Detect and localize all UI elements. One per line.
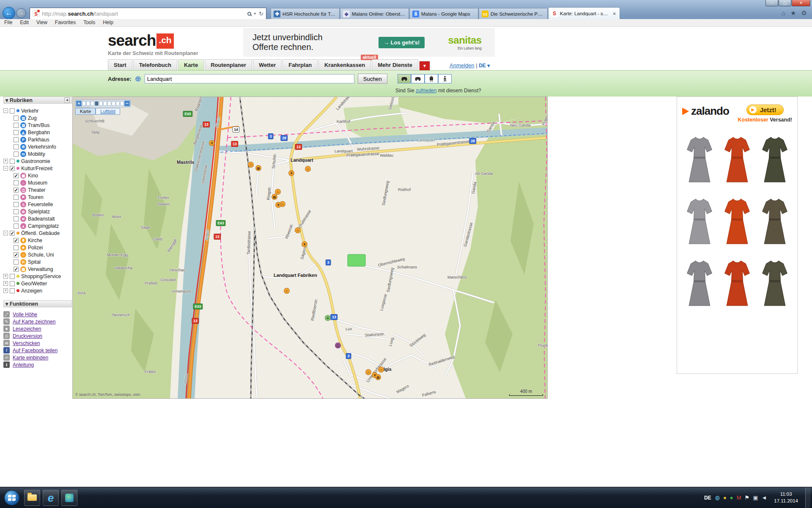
sidebar-group-öffentl-gebäude[interactable]: −✓Öffentl. Gebäude xyxy=(3,229,72,237)
map-poi[interactable]: ✟ xyxy=(288,170,294,176)
function-karte-einbinden[interactable]: ‹/›Karte einbinden xyxy=(3,354,72,361)
sidebar-group-kultur-freizeit[interactable]: −✓Kultur/Freizeit xyxy=(3,165,72,172)
map-poi[interactable]: ⌂ xyxy=(365,369,371,375)
map-poi[interactable]: ⌂ xyxy=(284,288,290,294)
volume-icon[interactable]: ◄ xyxy=(761,495,767,500)
checkbox-gastronomie[interactable] xyxy=(10,159,15,164)
taskbar-clock[interactable]: 11:03 17.11.2014 xyxy=(771,491,801,504)
checkbox-geo-wetter[interactable] xyxy=(10,281,15,286)
function-link[interactable]: Druckversion xyxy=(13,333,42,339)
function-auf-karte-zeichnen[interactable]: ✎Auf Karte zeichnen xyxy=(3,318,72,325)
sidebar-item-badeanstalt[interactable]: ≋Badeanstalt xyxy=(3,215,72,222)
mode-walk[interactable] xyxy=(438,74,452,83)
zoom-step[interactable] xyxy=(112,101,115,106)
address-input[interactable] xyxy=(145,74,354,83)
language-selector[interactable]: DE ▾ xyxy=(479,63,490,69)
tab-wetter[interactable]: Wetter xyxy=(253,59,282,70)
tab-close-icon[interactable]: ✕ xyxy=(612,11,617,16)
sidebar-item-tram-bus[interactable]: ▥Tram/Bus xyxy=(3,121,72,129)
maximize-button[interactable]: ▢ xyxy=(779,0,791,6)
zalando-cta-button[interactable]: ▶ Jetzt! xyxy=(746,105,784,115)
url-text[interactable]: http://map.search.ch/landquart xyxy=(42,11,245,17)
taskbar-ie-icon[interactable]: e xyxy=(43,490,59,506)
taskbar-media-icon[interactable] xyxy=(61,490,77,506)
show-desktop-button[interactable] xyxy=(805,487,810,508)
checkbox-mobility[interactable] xyxy=(14,152,19,157)
function-link[interactable]: Volle Höhe xyxy=(13,312,37,318)
zoom-step[interactable] xyxy=(99,101,103,106)
zoom-step[interactable] xyxy=(86,101,90,106)
expand-node-icon[interactable]: + xyxy=(3,159,8,163)
map-poi[interactable]: ≋ xyxy=(325,315,331,321)
checkbox-kultur-freizeit[interactable]: ✓ xyxy=(10,166,15,171)
checkbox-shopping-service[interactable] xyxy=(10,274,15,279)
checkbox-öffentl-gebäude[interactable]: ✓ xyxy=(10,231,15,236)
function-link[interactable]: Verschicken xyxy=(13,340,40,346)
tab-fahrplan[interactable]: Fahrplan xyxy=(283,59,318,70)
browser-tab-die-schweizerische-post-stan[interactable]: ▭Die Schweizerische Post - Stan... xyxy=(479,8,548,19)
collapse-node-icon[interactable]: − xyxy=(3,166,8,171)
sidebar-group-geo-wetter[interactable]: +Geo/Wetter xyxy=(3,280,72,287)
product-dress-4[interactable] xyxy=(680,192,718,251)
funktionen-header[interactable]: ▾ Funktionen xyxy=(3,300,72,307)
function-druckversion[interactable]: ⎙Druckversion xyxy=(3,332,72,340)
sidebar-item-parkhaus[interactable]: PParkhaus xyxy=(3,136,72,143)
function-volle-höhe[interactable]: ⤢Volle Höhe xyxy=(3,311,72,318)
checkbox-touren[interactable] xyxy=(14,195,19,200)
sidebar-item-feuerstelle[interactable]: ♨Feuerstelle xyxy=(3,201,72,208)
checkbox-kirche[interactable]: ✓ xyxy=(14,238,19,243)
sidebar-group-verkehr[interactable]: −Verkehr xyxy=(3,107,72,114)
sidebar-item-campingplatz[interactable]: ▲Campingplatz xyxy=(3,222,72,229)
checkbox-campingplatz[interactable] xyxy=(14,224,19,229)
refresh-icon[interactable]: ↻ xyxy=(259,11,263,17)
function-link[interactable]: Auf Facebook teilen xyxy=(13,348,58,353)
map-poi[interactable]: ✟ xyxy=(209,140,215,146)
zoom-step[interactable] xyxy=(82,101,86,106)
mode-car-active[interactable] xyxy=(398,74,411,83)
function-lesezeichen[interactable]: ★Lesezeichen xyxy=(3,325,72,332)
function-link[interactable]: Karte einbinden xyxy=(13,355,48,361)
sidebar-collapse-button[interactable]: ◂ xyxy=(64,97,70,103)
tools-gear-icon[interactable]: ⚙ xyxy=(801,9,807,17)
sidebar-item-verwaltung[interactable]: ✓▦Verwaltung xyxy=(3,265,72,273)
checkbox-feuerstelle[interactable] xyxy=(14,202,19,207)
checkbox-bergbahn[interactable] xyxy=(14,130,19,135)
tab-start[interactable]: Start xyxy=(108,59,132,70)
checkbox-anzeigen[interactable] xyxy=(10,288,15,293)
function-link[interactable]: Lesezeichen xyxy=(13,326,41,332)
zoom-step[interactable] xyxy=(116,101,120,106)
map-poi[interactable]: ◫ xyxy=(335,342,341,348)
menu-favorites[interactable]: Favorites xyxy=(55,19,76,26)
menu-file[interactable]: File xyxy=(4,19,12,26)
sidebar-item-zug[interactable]: ▤Zug xyxy=(3,114,72,121)
network-globe-icon[interactable]: ◍ xyxy=(715,495,720,500)
mcafee-icon[interactable]: M xyxy=(737,495,741,500)
zoom-step[interactable] xyxy=(107,101,111,106)
more-services-dropdown[interactable]: ▼ xyxy=(419,61,430,70)
product-dress-9[interactable] xyxy=(756,254,794,312)
checkbox-spital[interactable] xyxy=(14,260,19,265)
sidebar-group-anzeigen[interactable]: +Anzeigen xyxy=(3,287,72,294)
back-button[interactable]: ← xyxy=(3,7,15,19)
checkbox-zug[interactable] xyxy=(14,116,19,121)
checkbox-spielplatz[interactable] xyxy=(14,209,19,214)
zoom-step[interactable] xyxy=(103,101,107,106)
dropdown-caret-icon[interactable]: ▾ xyxy=(254,11,256,16)
banner-cta-button[interactable]: → Los geht's! xyxy=(379,37,425,48)
browser-tab-malans-google-maps[interactable]: 8Malans - Google Maps xyxy=(409,8,478,19)
map-poi[interactable]: ⌂ xyxy=(248,162,254,168)
checkbox-kino[interactable]: ✓ xyxy=(14,173,19,178)
menu-help[interactable]: Help xyxy=(103,19,113,26)
network-icon[interactable]: ▣ xyxy=(753,495,758,500)
browser-tab-malans-online-oberstufe[interactable]: ◆Malans Online: Oberstufe xyxy=(340,8,409,19)
sidebar-item-touren[interactable]: ⚑Touren xyxy=(3,193,72,201)
favorites-star-icon[interactable]: ★ xyxy=(790,9,796,17)
sidebar-item-spital[interactable]: HSpital xyxy=(3,258,72,265)
rubriken-header[interactable]: ▾ Rubriken ◂ xyxy=(3,97,72,104)
tab-mehr-dienste[interactable]: Mehr Dienste xyxy=(372,59,418,70)
sidebar-item-bergbahn[interactable]: ◭Bergbahn xyxy=(3,129,72,136)
zoom-out-button[interactable]: − xyxy=(124,101,130,106)
tab-telefonbuch[interactable]: Telefonbuch xyxy=(133,59,177,70)
sidebar-item-theater[interactable]: ✓◫Theater xyxy=(3,186,72,193)
flag-icon[interactable]: ⚑ xyxy=(744,495,749,500)
